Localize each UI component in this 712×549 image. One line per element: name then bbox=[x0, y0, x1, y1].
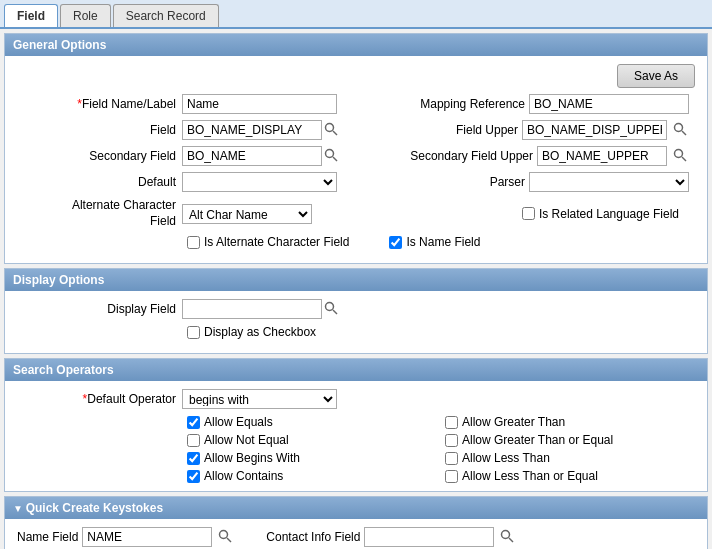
field-upper-input[interactable] bbox=[522, 120, 667, 140]
default-select[interactable] bbox=[182, 172, 337, 192]
general-options-section: General Options Save As *Field Name/Labe… bbox=[4, 33, 708, 264]
tab-search-record[interactable]: Search Record bbox=[113, 4, 219, 27]
default-label: Default bbox=[138, 175, 176, 189]
quick-create-section: Quick Create Keystokes Name Field Contac… bbox=[4, 496, 708, 549]
tab-field[interactable]: Field bbox=[4, 4, 58, 27]
search-operators-header: Search Operators bbox=[5, 359, 707, 381]
allow-less-than-item: Allow Less Than bbox=[445, 451, 695, 465]
secondary-field-upper-input[interactable] bbox=[537, 146, 667, 166]
field-label: Field bbox=[150, 123, 176, 137]
general-options-header: General Options bbox=[5, 34, 707, 56]
allow-less-than-checkbox[interactable] bbox=[445, 452, 458, 465]
svg-point-6 bbox=[675, 150, 683, 158]
display-checkbox-row: Display as Checkbox bbox=[17, 325, 695, 339]
field-upper-search-icon[interactable] bbox=[673, 122, 689, 138]
allow-greater-than-equal-checkbox[interactable] bbox=[445, 434, 458, 447]
alt-char-label: Alternate Character bbox=[72, 198, 176, 212]
contact-info-input[interactable] bbox=[364, 527, 494, 547]
allow-greater-than-checkbox[interactable] bbox=[445, 416, 458, 429]
default-operator-label: Default Operator bbox=[87, 392, 176, 406]
allow-less-than-equal-item: Allow Less Than or Equal bbox=[445, 469, 695, 483]
secondary-field-label: Secondary Field bbox=[89, 149, 176, 163]
default-operator-row: *Default Operator begins with equals con… bbox=[17, 389, 695, 409]
svg-point-0 bbox=[326, 124, 334, 132]
allow-greater-than-item: Allow Greater Than bbox=[445, 415, 695, 429]
secondary-field-input[interactable] bbox=[182, 146, 322, 166]
is-name-field-checkbox[interactable] bbox=[389, 236, 402, 249]
name-field-input[interactable] bbox=[82, 527, 212, 547]
allow-less-than-equal-checkbox[interactable] bbox=[445, 470, 458, 483]
svg-line-1 bbox=[333, 131, 337, 135]
mapping-reference-input[interactable] bbox=[529, 94, 689, 114]
is-name-field-label: Is Name Field bbox=[406, 235, 480, 249]
secondary-field-upper-search-icon[interactable] bbox=[673, 148, 689, 164]
display-field-search-icon[interactable] bbox=[324, 301, 340, 317]
display-field-row: Display Field bbox=[17, 299, 695, 319]
allow-not-equal-label: Allow Not Equal bbox=[204, 433, 289, 447]
is-related-language-checkbox[interactable] bbox=[522, 207, 535, 220]
allow-not-equal-item: Allow Not Equal bbox=[187, 433, 437, 447]
field-upper-label: Field Upper bbox=[456, 123, 518, 137]
allow-greater-than-equal-item: Allow Greater Than or Equal bbox=[445, 433, 695, 447]
secondary-field-upper-label: Secondary Field Upper bbox=[410, 149, 533, 163]
name-field-search-icon[interactable] bbox=[218, 529, 234, 545]
tab-role[interactable]: Role bbox=[60, 4, 111, 27]
display-as-checkbox-input[interactable] bbox=[187, 326, 200, 339]
field-input[interactable] bbox=[182, 120, 322, 140]
quick-create-header[interactable]: Quick Create Keystokes bbox=[5, 497, 707, 519]
svg-line-3 bbox=[682, 131, 686, 135]
tab-bar: Field Role Search Record bbox=[0, 0, 712, 29]
allow-equals-label: Allow Equals bbox=[204, 415, 273, 429]
parser-select[interactable] bbox=[529, 172, 689, 192]
alt-char-label2: Field bbox=[150, 214, 176, 228]
display-field-label: Display Field bbox=[107, 302, 176, 316]
save-as-button[interactable]: Save As bbox=[617, 64, 695, 88]
svg-line-13 bbox=[509, 538, 513, 542]
operator-checkboxes: Allow Equals Allow Greater Than Allow No… bbox=[17, 415, 695, 483]
svg-point-2 bbox=[675, 124, 683, 132]
svg-point-4 bbox=[326, 150, 334, 158]
is-alternate-char-checkbox[interactable] bbox=[187, 236, 200, 249]
allow-contains-checkbox[interactable] bbox=[187, 470, 200, 483]
quick-create-row: Name Field Contact Info Field bbox=[17, 527, 695, 547]
field-search-icon[interactable] bbox=[324, 122, 340, 138]
bottom-checkboxes-row: Is Alternate Character Field Is Name Fie… bbox=[17, 235, 695, 249]
default-operator-select[interactable]: begins with equals contains less than gr… bbox=[182, 389, 337, 409]
allow-begins-with-item: Allow Begins With bbox=[187, 451, 437, 465]
is-alternate-char-item: Is Alternate Character Field bbox=[187, 235, 349, 249]
name-field-label: Name Field bbox=[17, 530, 78, 544]
alt-char-select[interactable]: Alt Char Name bbox=[182, 204, 312, 224]
allow-equals-checkbox[interactable] bbox=[187, 416, 200, 429]
contact-info-label: Contact Info Field bbox=[266, 530, 360, 544]
is-related-language-label: Is Related Language Field bbox=[539, 207, 679, 221]
allow-less-than-equal-label: Allow Less Than or Equal bbox=[462, 469, 598, 483]
display-as-checkbox-label: Display as Checkbox bbox=[204, 325, 316, 339]
contact-info-search-icon[interactable] bbox=[500, 529, 516, 545]
is-name-field-item: Is Name Field bbox=[389, 235, 480, 249]
svg-line-5 bbox=[333, 157, 337, 161]
field-row: Field Field Upper bbox=[17, 120, 695, 140]
svg-line-11 bbox=[227, 538, 231, 542]
search-operators-section: Search Operators *Default Operator begin… bbox=[4, 358, 708, 492]
svg-point-12 bbox=[502, 531, 510, 539]
allow-not-equal-checkbox[interactable] bbox=[187, 434, 200, 447]
allow-begins-with-checkbox[interactable] bbox=[187, 452, 200, 465]
field-name-input[interactable] bbox=[182, 94, 337, 114]
svg-point-8 bbox=[326, 303, 334, 311]
secondary-field-row: Secondary Field Secondary Field Upper bbox=[17, 146, 695, 166]
secondary-field-search-icon[interactable] bbox=[324, 148, 340, 164]
mapping-reference-label: Mapping Reference bbox=[420, 97, 525, 111]
field-name-row: *Field Name/Label Mapping Reference bbox=[17, 94, 695, 114]
allow-equals-item: Allow Equals bbox=[187, 415, 437, 429]
allow-begins-with-label: Allow Begins With bbox=[204, 451, 300, 465]
alt-char-row: Alternate Character Field Alt Char Name … bbox=[17, 198, 695, 229]
svg-point-10 bbox=[220, 531, 228, 539]
allow-greater-than-label: Allow Greater Than bbox=[462, 415, 565, 429]
svg-line-9 bbox=[333, 310, 337, 314]
parser-label: Parser bbox=[490, 175, 525, 189]
allow-contains-label: Allow Contains bbox=[204, 469, 283, 483]
display-options-header: Display Options bbox=[5, 269, 707, 291]
allow-greater-than-equal-label: Allow Greater Than or Equal bbox=[462, 433, 613, 447]
svg-line-7 bbox=[682, 157, 686, 161]
display-field-input[interactable] bbox=[182, 299, 322, 319]
